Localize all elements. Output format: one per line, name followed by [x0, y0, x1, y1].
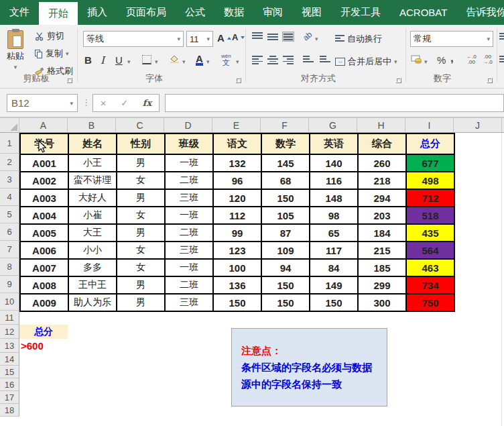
table-cell[interactable]: A001: [20, 154, 68, 172]
tell-me-box[interactable]: 告诉我你想要做什么: [456, 0, 504, 25]
enter-icon[interactable]: ✓: [121, 98, 128, 108]
name-box-dropdown-icon[interactable]: ▾: [70, 100, 73, 107]
table-cell[interactable]: 女: [117, 259, 165, 276]
column-header-G[interactable]: G: [309, 118, 357, 132]
column-header-I[interactable]: I: [405, 118, 454, 132]
table-header-cell[interactable]: 语文: [213, 134, 261, 154]
row-header-15[interactable]: 15: [0, 366, 19, 378]
column-header-H[interactable]: H: [357, 118, 405, 132]
table-cell[interactable]: 多多: [68, 259, 117, 276]
fill-color-button[interactable]: [169, 54, 180, 65]
criteria-condition-cell[interactable]: >600: [21, 339, 69, 353]
table-cell[interactable]: 712: [406, 189, 454, 207]
ribbon-tab-公式[interactable]: 公式: [176, 0, 214, 25]
table-cell[interactable]: 女: [117, 172, 165, 189]
table-cell[interactable]: 二班: [165, 276, 213, 294]
increase-decimal-icon[interactable]: ←.0.00: [466, 54, 477, 65]
row-header-12[interactable]: 12: [0, 325, 19, 339]
ribbon-tab-开始[interactable]: 开始: [39, 2, 78, 25]
table-cell[interactable]: 132: [213, 154, 261, 172]
row-header-3[interactable]: 3: [0, 171, 19, 189]
table-cell[interactable]: 助人为乐: [68, 294, 117, 311]
table-cell[interactable]: 112: [213, 207, 261, 224]
row-header-18[interactable]: 18: [0, 404, 19, 417]
number-format-combo[interactable]: 常规 ▾: [410, 31, 493, 47]
table-cell[interactable]: 99: [213, 224, 261, 242]
table-cell[interactable]: 68: [261, 172, 310, 189]
ribbon-tab-页面布局[interactable]: 页面布局: [117, 0, 176, 25]
table-cell[interactable]: 94: [261, 259, 310, 276]
percent-icon[interactable]: %: [437, 54, 446, 66]
accounting-dropdown-icon[interactable]: ▾: [424, 58, 428, 65]
table-cell[interactable]: 435: [406, 224, 454, 242]
table-cell[interactable]: 116: [310, 172, 358, 189]
increase-indent-icon[interactable]: [320, 56, 330, 64]
table-cell[interactable]: 564: [406, 242, 454, 259]
table-cell[interactable]: 男: [117, 154, 165, 172]
grow-font-button[interactable]: A: [217, 32, 231, 44]
align-top-icon[interactable]: [252, 32, 263, 41]
row-header-16[interactable]: 16: [0, 378, 19, 391]
decrease-indent-icon[interactable]: [303, 56, 314, 64]
table-cell[interactable]: 260: [358, 154, 406, 172]
table-cell[interactable]: 136: [213, 276, 261, 294]
cancel-icon[interactable]: ×: [101, 97, 107, 109]
row-header-2[interactable]: 2: [0, 154, 19, 171]
table-cell[interactable]: A002: [20, 172, 68, 189]
font-color-dropdown-icon[interactable]: ▾: [206, 58, 210, 65]
row-header-1[interactable]: 1: [0, 133, 19, 154]
table-cell[interactable]: A009: [20, 294, 68, 311]
table-header-cell[interactable]: 班级: [165, 134, 213, 154]
table-cell[interactable]: 女: [117, 242, 165, 259]
ribbon-tab-ACROBAT[interactable]: ACROBAT: [390, 0, 456, 25]
decrease-decimal-icon[interactable]: .00→.0: [483, 54, 493, 65]
ribbon-tab-文件[interactable]: 文件: [0, 0, 39, 25]
table-cell[interactable]: 677: [406, 154, 454, 172]
table-cell[interactable]: 299: [358, 276, 406, 294]
align-center-icon[interactable]: [267, 56, 278, 64]
wrap-text-button[interactable]: 自动换行: [335, 33, 382, 45]
table-cell[interactable]: A007: [20, 259, 68, 276]
table-cell[interactable]: A003: [20, 189, 68, 207]
table-cell[interactable]: 150: [261, 189, 310, 207]
row-header-14[interactable]: 14: [0, 353, 19, 366]
merge-center-button[interactable]: ↔ 合并后居中 ▾: [335, 56, 397, 68]
ribbon-tab-视图[interactable]: 视图: [292, 0, 331, 25]
table-cell[interactable]: 294: [358, 189, 406, 207]
table-cell[interactable]: 三班: [165, 294, 213, 311]
table-cell[interactable]: 120: [213, 189, 261, 207]
alignment-dialog-launcher-icon[interactable]: [396, 78, 401, 83]
table-cell[interactable]: 96: [213, 172, 261, 189]
table-cell[interactable]: 300: [358, 294, 406, 311]
table-header-cell[interactable]: 姓名: [68, 134, 117, 154]
row-header-5[interactable]: 5: [0, 206, 19, 223]
table-cell[interactable]: 大王: [68, 224, 117, 242]
table-cell[interactable]: 498: [406, 172, 454, 189]
table-cell[interactable]: 734: [406, 276, 454, 294]
column-header-B[interactable]: B: [68, 118, 116, 132]
table-cell[interactable]: 145: [261, 154, 310, 172]
table-cell[interactable]: 140: [310, 154, 358, 172]
align-left-icon[interactable]: [252, 56, 263, 64]
fill-color-dropdown-icon[interactable]: ▾: [182, 58, 186, 65]
row-header-11[interactable]: 11: [0, 311, 19, 325]
table-cell[interactable]: 87: [261, 224, 310, 242]
table-cell[interactable]: 185: [358, 259, 406, 276]
copy-button[interactable]: 复制 ▾: [35, 48, 69, 60]
ribbon-tab-审阅[interactable]: 审阅: [253, 0, 292, 25]
column-header-E[interactable]: E: [212, 118, 261, 132]
criteria-field-cell[interactable]: 总分: [19, 325, 68, 339]
orientation-dropdown-icon[interactable]: ▾: [315, 36, 318, 42]
font-family-combo[interactable]: 等线 ▾: [83, 31, 184, 47]
table-cell[interactable]: 105: [261, 207, 310, 224]
formula-bar-divider-icon[interactable]: ⋮: [82, 97, 90, 107]
phonetic-dropdown-icon[interactable]: ▾: [236, 58, 239, 65]
ribbon-tab-数据[interactable]: 数据: [214, 0, 253, 25]
table-cell[interactable]: 184: [358, 224, 406, 242]
row-header-9[interactable]: 9: [0, 276, 19, 293]
table-cell[interactable]: 150: [261, 276, 310, 294]
shrink-font-button[interactable]: A: [232, 32, 245, 42]
column-header-C[interactable]: C: [116, 118, 164, 132]
table-cell[interactable]: 215: [358, 242, 406, 259]
font-dialog-launcher-icon[interactable]: [236, 78, 241, 83]
